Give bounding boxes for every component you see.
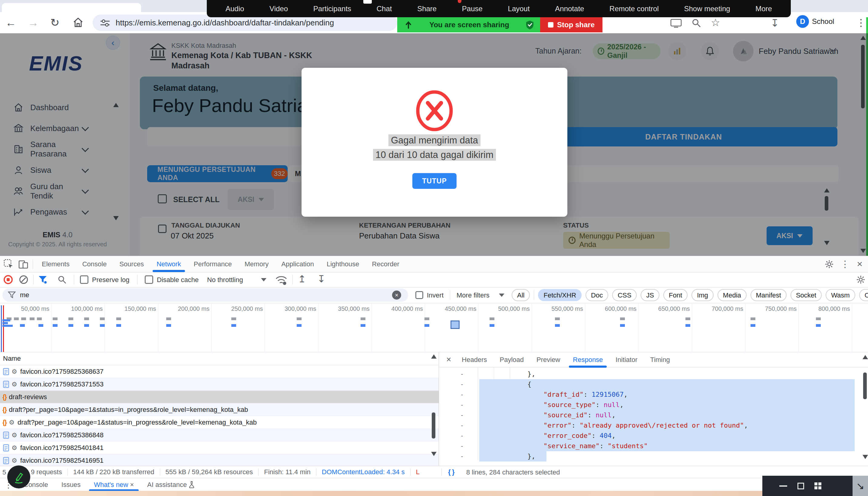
fold-marker[interactable]: - <box>460 379 464 389</box>
throttling-chevron-icon[interactable] <box>261 278 267 281</box>
site-settings-icon[interactable] <box>100 19 110 27</box>
devtools-tab-performance[interactable]: Performance <box>187 256 238 272</box>
devtools-tab-network[interactable]: Network <box>150 256 187 272</box>
export-har-icon[interactable]: ↧ <box>317 273 325 285</box>
filter-pill-fetch-xhr[interactable]: Fetch/XHR <box>538 289 582 301</box>
meeting-button-video[interactable]: Video <box>270 4 288 13</box>
filter-pill-img[interactable]: Img <box>691 289 714 301</box>
detail-scrollbar[interactable] <box>863 373 867 399</box>
corner-resize-icon[interactable]: ↘ <box>853 476 868 496</box>
filter-pill-doc[interactable]: Doc <box>585 289 608 301</box>
search-network-icon[interactable] <box>58 275 66 284</box>
response-code[interactable]: -},-{-"draft_id": 12915067,-"source_type… <box>439 367 861 460</box>
meeting-button-audio[interactable]: Audio <box>226 4 244 13</box>
bookmark-star-icon[interactable]: ☆ <box>711 16 720 29</box>
devtools-settings-gear-icon[interactable] <box>825 260 834 269</box>
devtools-tab-lighthouse[interactable]: Lighthouse <box>320 256 366 272</box>
more-filters-button[interactable]: More filters <box>457 291 490 299</box>
request-name-column-header[interactable]: Name <box>0 352 439 365</box>
detail-tab-preview[interactable]: Preview <box>530 352 566 368</box>
filter-clear-icon[interactable]: × <box>392 291 401 299</box>
detail-tab-headers[interactable]: Headers <box>455 352 493 368</box>
filter-funnel-icon[interactable] <box>38 275 47 284</box>
fold-marker[interactable]: - <box>460 451 464 462</box>
devtools-menu-icon[interactable]: ⋮ <box>840 259 850 269</box>
fold-marker[interactable]: - <box>460 389 464 400</box>
request-row[interactable]: ⚙favicon.ico?1759825416951 <box>0 454 439 466</box>
devtools-tab-elements[interactable]: Elements <box>35 256 76 272</box>
throttling-select[interactable]: No throttling <box>207 276 243 284</box>
tutup-button[interactable]: TUTUP <box>412 173 457 189</box>
request-row[interactable]: ⚙favicon.ico?1759825386848 <box>0 429 439 441</box>
detail-tab-initiator[interactable]: Initiator <box>609 352 644 368</box>
devtools-tab-memory[interactable]: Memory <box>238 256 275 272</box>
detail-close-icon[interactable]: × <box>446 355 451 365</box>
disable-cache-checkbox[interactable] <box>145 275 153 284</box>
request-scroll-up[interactable] <box>431 354 437 359</box>
fold-marker[interactable]: - <box>460 420 464 431</box>
fold-marker[interactable]: - <box>460 431 464 441</box>
filter-pill-font[interactable]: Font <box>663 289 688 301</box>
devtools-close-icon[interactable]: × <box>857 259 863 270</box>
meeting-button-chat[interactable]: Chat <box>377 4 392 13</box>
clear-network-log-icon[interactable] <box>19 275 28 284</box>
meeting-button-pause[interactable]: Pause <box>462 4 483 13</box>
detail-scroll-down[interactable] <box>863 455 868 459</box>
fold-marker[interactable]: - <box>460 441 464 451</box>
forward-icon[interactable]: → <box>28 12 39 33</box>
request-row[interactable]: {}draft?per_page=10&page=1&status=in_pro… <box>0 403 439 416</box>
meeting-button-show-meeting[interactable]: Show meeting <box>684 4 730 13</box>
fold-marker[interactable]: - <box>460 400 464 410</box>
inspect-icon[interactable] <box>4 259 14 269</box>
devtools-tab-console[interactable]: Console <box>76 256 113 272</box>
cast-icon[interactable] <box>670 19 682 28</box>
fold-marker[interactable]: - <box>460 369 464 379</box>
request-row[interactable]: ⚙favicon.ico?1759825401841 <box>0 441 439 454</box>
downloads-icon[interactable]: ↧ <box>771 17 779 29</box>
drawer-tab-ai-assistance[interactable]: AI assistance <box>140 478 201 492</box>
drawer-tab-what-s-new[interactable]: What's new × <box>87 478 140 492</box>
taskbar-minimize-icon[interactable] <box>779 485 787 486</box>
home-icon[interactable] <box>72 16 84 29</box>
drawer-tab-issues[interactable]: Issues <box>55 478 88 492</box>
filter-pill-all[interactable]: All <box>512 289 530 301</box>
meeting-button-participants[interactable]: Participants <box>313 4 351 13</box>
detail-scroll-up[interactable] <box>863 355 868 359</box>
record-network-log-icon[interactable] <box>4 275 13 284</box>
import-har-icon[interactable]: ↥ <box>298 273 306 285</box>
network-conditions-icon[interactable] <box>275 275 288 285</box>
meeting-button-share[interactable]: Share <box>417 4 437 13</box>
devtools-tab-sources[interactable]: Sources <box>113 256 150 272</box>
filter-input[interactable] <box>2 289 408 302</box>
request-row[interactable]: {}⚙draft?per_page=10&page=1&status=in_pr… <box>0 416 439 429</box>
devtools-tab-recorder[interactable]: Recorder <box>366 256 406 272</box>
reload-icon[interactable]: ↻ <box>50 12 59 33</box>
filter-pill-media[interactable]: Media <box>717 289 747 301</box>
preserve-log-checkbox[interactable] <box>80 275 88 284</box>
stop-share-button[interactable]: Stop share <box>540 17 603 32</box>
filter-pill-manifest[interactable]: Manifest <box>750 289 787 301</box>
taskbar-grid-icon[interactable] <box>814 482 822 490</box>
taskbar-window-icon[interactable] <box>797 483 804 489</box>
detail-tab-timing[interactable]: Timing <box>644 352 676 368</box>
detail-tab-payload[interactable]: Payload <box>493 352 530 368</box>
drawer-tab-close-icon[interactable]: × <box>128 481 134 489</box>
invert-checkbox[interactable] <box>415 291 423 299</box>
request-row[interactable]: ⚙favicon.ico?1759825371553 <box>0 378 439 391</box>
pretty-print-icon[interactable]: { } <box>448 468 455 476</box>
request-row[interactable]: ⚙favicon.ico?1759825368637 <box>0 365 439 378</box>
search-toolbar-icon[interactable] <box>691 18 701 28</box>
filter-pill-css[interactable]: CSS <box>612 289 637 301</box>
meeting-button-remote-control[interactable]: Remote control <box>609 4 659 13</box>
network-settings-gear-icon[interactable] <box>856 275 865 284</box>
meeting-button-layout[interactable]: Layout <box>508 4 530 13</box>
browser-menu-icon[interactable]: ⋮ <box>856 17 866 29</box>
filter-pill-other[interactable]: Other <box>859 289 868 301</box>
browser-profile-button[interactable]: D School <box>796 14 834 29</box>
filter-pill-js[interactable]: JS <box>641 289 659 301</box>
network-timeline[interactable]: 50,000 ms100,000 ms150,000 ms200,000 ms2… <box>0 303 868 352</box>
annotation-pencil-button[interactable] <box>7 465 30 489</box>
filter-pill-wasm[interactable]: Wasm <box>826 289 855 301</box>
fold-marker[interactable]: - <box>460 410 464 420</box>
request-scrollbar[interactable] <box>432 413 435 438</box>
